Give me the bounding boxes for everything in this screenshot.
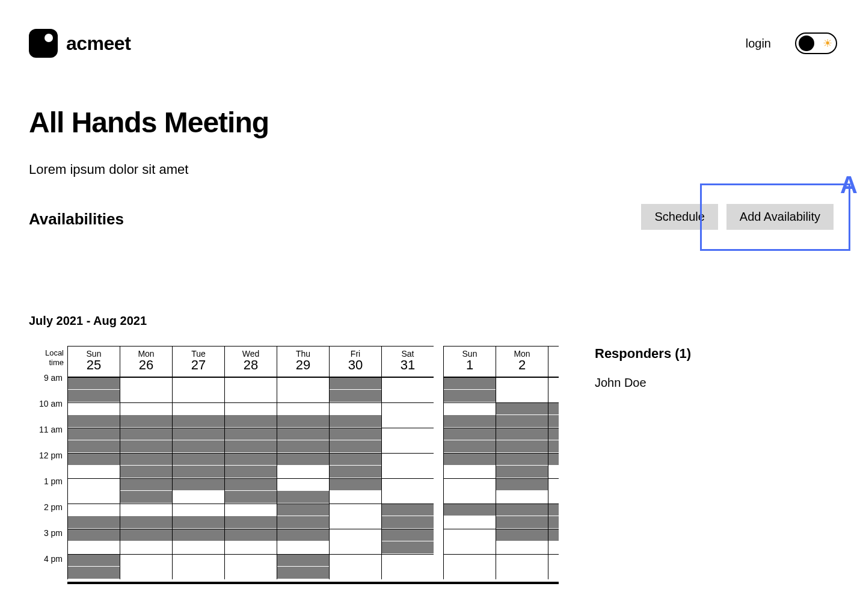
availability-slot[interactable] [382,402,434,415]
availability-slot[interactable] [548,428,559,440]
availability-slot[interactable] [382,478,434,491]
availability-slot[interactable] [120,440,172,453]
availability-slot[interactable] [330,478,381,491]
availability-slot[interactable] [496,491,548,504]
availability-slot[interactable] [277,390,329,402]
availability-slot[interactable] [225,453,277,466]
availability-slot[interactable] [68,402,120,415]
availability-slot[interactable] [444,390,496,402]
availability-slot[interactable] [68,390,120,402]
availability-slot[interactable] [173,402,224,415]
availability-slot[interactable] [173,453,224,466]
availability-slot[interactable] [444,466,496,478]
availability-slot[interactable] [173,504,224,516]
availability-slot[interactable] [496,529,548,541]
availability-slot[interactable] [120,516,172,529]
availability-slot[interactable] [68,504,120,516]
availability-slot[interactable] [173,428,224,440]
availability-slot[interactable] [68,377,120,390]
availability-slot[interactable] [496,440,548,453]
availability-slot[interactable] [548,516,559,529]
availability-slot[interactable] [225,377,277,390]
availability-slot[interactable] [68,478,120,491]
availability-slot[interactable] [382,415,434,428]
availability-slot[interactable] [173,516,224,529]
availability-slot[interactable] [382,377,434,390]
availability-slot[interactable] [444,567,496,579]
availability-slot[interactable] [225,504,277,516]
availability-slot[interactable] [382,440,434,453]
availability-slot[interactable] [120,504,172,516]
availability-slot[interactable] [330,402,381,415]
availability-slot[interactable] [496,541,548,554]
availability-slot[interactable] [330,440,381,453]
availability-slot[interactable] [382,390,434,402]
availability-slot[interactable] [277,541,329,554]
availability-slot[interactable] [496,554,548,567]
availability-slot[interactable] [444,453,496,466]
availability-slot[interactable] [548,377,559,390]
availability-slot[interactable] [548,554,559,567]
availability-slot[interactable] [173,554,224,567]
availability-slot[interactable] [277,567,329,579]
availability-slot[interactable] [277,516,329,529]
availability-slot[interactable] [120,466,172,478]
availability-slot[interactable] [277,554,329,567]
availability-slot[interactable] [120,390,172,402]
availability-slot[interactable] [277,402,329,415]
availability-slot[interactable] [330,415,381,428]
availability-slot[interactable] [548,491,559,504]
availability-slot[interactable] [277,491,329,504]
availability-slot[interactable] [382,491,434,504]
availability-slot[interactable] [173,491,224,504]
availability-slot[interactable] [173,415,224,428]
availability-slot[interactable] [496,390,548,402]
availability-slot[interactable] [277,478,329,491]
availability-slot[interactable] [496,466,548,478]
brand[interactable]: acmeet [29,29,131,58]
availability-slot[interactable] [277,377,329,390]
add-availability-button[interactable]: Add Availability [726,204,834,230]
availability-slot[interactable] [496,567,548,579]
availability-slot[interactable] [382,529,434,541]
availability-slot[interactable] [225,390,277,402]
availability-slot[interactable] [382,428,434,440]
availability-slot[interactable] [444,402,496,415]
availability-slot[interactable] [120,402,172,415]
availability-slot[interactable] [120,377,172,390]
availability-slot[interactable] [225,415,277,428]
availability-slot[interactable] [120,415,172,428]
availability-slot[interactable] [225,567,277,579]
availability-slot[interactable] [496,478,548,491]
availability-slot[interactable] [120,491,172,504]
availability-slot[interactable] [382,466,434,478]
availability-slot[interactable] [444,504,496,516]
availability-slot[interactable] [120,554,172,567]
availability-slot[interactable] [225,491,277,504]
availability-slot[interactable] [382,453,434,466]
availability-slot[interactable] [382,504,434,516]
availability-slot[interactable] [173,567,224,579]
availability-slot[interactable] [68,567,120,579]
availability-slot[interactable] [496,504,548,516]
availability-slot[interactable] [277,453,329,466]
availability-slot[interactable] [496,453,548,466]
availability-slot[interactable] [225,541,277,554]
availability-slot[interactable] [277,440,329,453]
availability-slot[interactable] [330,529,381,541]
availability-slot[interactable] [173,478,224,491]
availability-slot[interactable] [68,453,120,466]
availability-slot[interactable] [496,428,548,440]
availability-slot[interactable] [120,428,172,440]
availability-slot[interactable] [277,529,329,541]
availability-slot[interactable] [173,377,224,390]
availability-slot[interactable] [225,440,277,453]
availability-slot[interactable] [548,402,559,415]
availability-slot[interactable] [277,428,329,440]
availability-slot[interactable] [330,428,381,440]
availability-slot[interactable] [173,529,224,541]
availability-slot[interactable] [548,504,559,516]
availability-slot[interactable] [444,440,496,453]
availability-slot[interactable] [120,529,172,541]
availability-slot[interactable] [444,529,496,541]
